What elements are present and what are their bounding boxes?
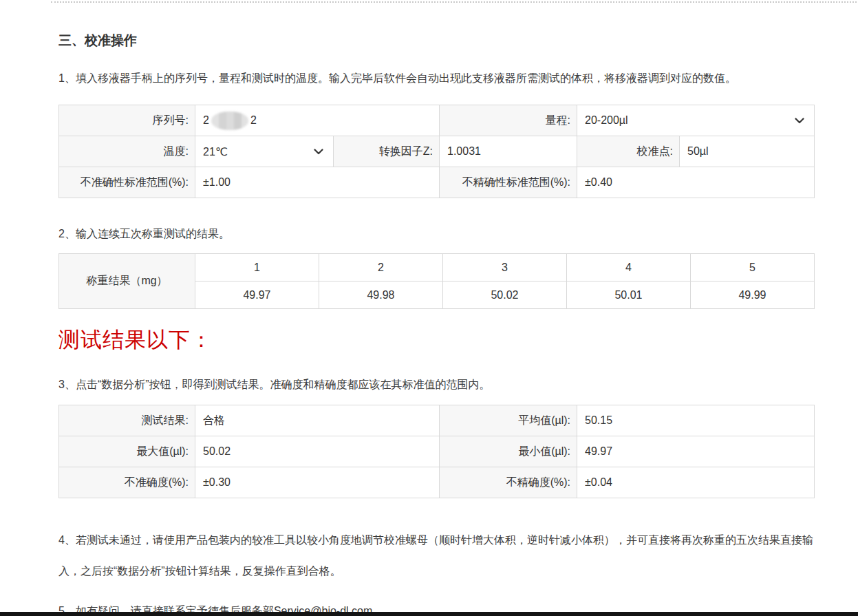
table-row: 不准确度(%): ±0.30 不精确度(%): ±0.04 — [59, 467, 815, 498]
serial-prefix: 2 — [203, 114, 209, 125]
step-4-text: 4、若测试未通过，请使用产品包装内的较准工具以较小角度地调节校准螺母（顺时针增大… — [58, 524, 814, 586]
temperature-select-value: 21℃ — [203, 146, 228, 158]
calibration-parameters-table: 序列号: 22 量程: 20-200µl 温度: 21℃ 转换因子Z: 1.00… — [58, 105, 815, 198]
table-row: 称重结果（mg） 1 2 3 4 5 — [59, 254, 815, 282]
step-3-text: 3、点击“数据分析”按钮，即得到测试结果。准确度和精确度都应该在其标准值的范围内… — [58, 376, 814, 393]
range-label: 量程: — [440, 105, 577, 136]
temperature-label: 温度: — [59, 136, 195, 167]
weighing-results-table: 称重结果（mg） 1 2 3 4 5 49.97 49.98 50.02 50.… — [58, 253, 815, 309]
cal-point-label: 校准点: — [577, 136, 680, 167]
cal-point-value: 50µl — [680, 136, 815, 167]
inaccuracy-label: 不准确度(%): — [59, 467, 195, 498]
min-value: 49.97 — [577, 436, 815, 467]
section-title: 三、校准操作 — [58, 32, 814, 50]
table-row: 最大值(µl): 50.02 最小值(µl): 49.97 — [59, 436, 815, 467]
weighing-value-1-input[interactable]: 49.97 — [195, 282, 319, 309]
average-value: 50.15 — [577, 405, 815, 436]
weighing-value-4-input[interactable]: 50.01 — [567, 282, 691, 309]
range-select[interactable]: 20-200µl — [577, 105, 815, 136]
inaccuracy-value: ±0.30 — [195, 467, 440, 498]
weighing-col-5-header: 5 — [691, 254, 815, 282]
serial-number-label: 序列号: — [59, 105, 195, 136]
serial-suffix: 2 — [250, 114, 257, 125]
table-row: 测试结果: 合格 平均值(µl): 50.15 — [59, 405, 815, 436]
z-factor-label: 转换因子Z: — [334, 136, 440, 167]
z-factor-value: 1.0031 — [440, 136, 577, 167]
inaccuracy-std-label: 不准确性标准范围(%): — [59, 167, 195, 198]
weighing-col-3-header: 3 — [443, 254, 567, 282]
inaccuracy-std-value: ±1.00 — [195, 167, 440, 198]
page-top-dotted-border — [51, 1, 857, 3]
test-result-value: 合格 — [195, 405, 440, 436]
weighing-col-1-header: 1 — [195, 254, 319, 282]
average-label: 平均值(µl): — [440, 405, 577, 436]
weighing-value-3-input[interactable]: 50.02 — [443, 282, 567, 309]
test-results-heading: 测试结果以下： — [58, 326, 814, 354]
table-row: 序列号: 22 量程: 20-200µl — [59, 105, 815, 136]
chevron-down-icon — [795, 118, 804, 124]
max-value: 50.02 — [195, 436, 440, 467]
test-result-label: 测试结果: — [59, 405, 195, 436]
weighing-value-2-input[interactable]: 49.98 — [319, 282, 443, 309]
weighing-value-5-input[interactable]: 49.99 — [691, 282, 815, 309]
weighing-col-2-header: 2 — [319, 254, 443, 282]
weighing-row-header: 称重结果（mg） — [59, 254, 195, 309]
max-label: 最大值(µl): — [59, 436, 195, 467]
serial-number-input[interactable]: 22 — [195, 105, 440, 136]
min-label: 最小值(µl): — [440, 436, 577, 467]
imprecision-label: 不精确度(%): — [440, 467, 577, 498]
calibration-instructions-section: 三、校准操作 1、填入移液器手柄上的序列号，量程和测试时的温度。输入完毕后软件会… — [0, 32, 814, 616]
temperature-select[interactable]: 21℃ — [195, 136, 334, 167]
step-2-text: 2、输入连续五次称重测试的结果。 — [58, 226, 814, 242]
chevron-down-icon — [314, 149, 323, 155]
weighing-col-4-header: 4 — [567, 254, 691, 282]
imprecision-std-label: 不精确性标准范围(%): — [440, 167, 577, 198]
range-select-value: 20-200µl — [585, 114, 628, 126]
step-1-text: 1、填入移液器手柄上的序列号，量程和测试时的温度。输入完毕后软件会自动出现此支移… — [58, 70, 814, 87]
table-row: 温度: 21℃ 转换因子Z: 1.0031 校准点: 50µl — [59, 136, 815, 167]
bottom-bar — [0, 612, 858, 616]
serial-blur-redaction — [211, 111, 248, 130]
imprecision-std-value: ±0.40 — [577, 167, 815, 198]
imprecision-value: ±0.04 — [577, 467, 815, 498]
table-row: 不准确性标准范围(%): ±1.00 不精确性标准范围(%): ±0.40 — [59, 167, 815, 198]
analysis-results-table: 测试结果: 合格 平均值(µl): 50.15 最大值(µl): 50.02 最… — [58, 405, 815, 498]
